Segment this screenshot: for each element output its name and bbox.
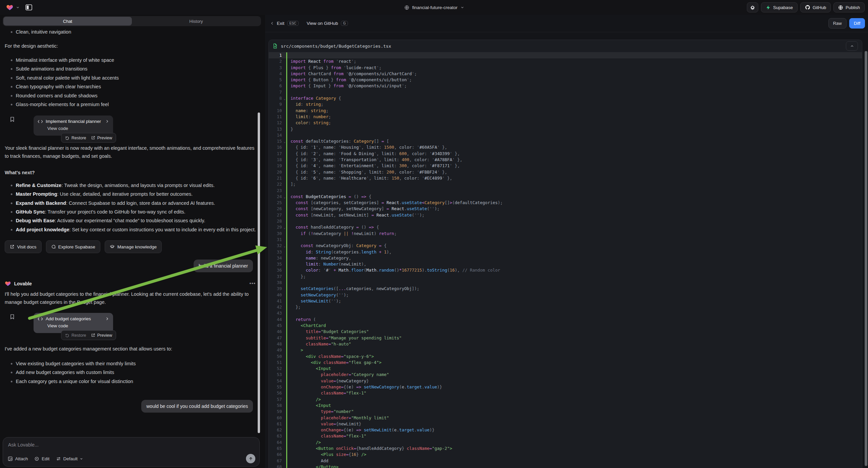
- fold-chevron-icon[interactable]: ⌄: [284, 139, 285, 145]
- code-line: 68 </Button>: [269, 464, 862, 468]
- code-text: [286, 89, 290, 95]
- diff-toggle-button[interactable]: Diff: [849, 18, 865, 29]
- tab-chat[interactable]: Chat: [3, 17, 132, 26]
- code-text: limit: number;: [286, 114, 331, 120]
- code-text: [286, 280, 290, 286]
- chevron-down-icon: [80, 457, 83, 460]
- code-text: type="number": [286, 409, 354, 415]
- list-item: Clean, intuitive navigation: [11, 28, 259, 36]
- code-line: 38: [269, 280, 862, 286]
- fold-chevron-icon[interactable]: ⌄: [284, 96, 285, 102]
- file-header[interactable]: src/components/budget/BudgetCategories.t…: [269, 40, 862, 52]
- list-item: Master Prompting: Use clear, detailed, a…: [11, 190, 259, 198]
- code-line: 6import { Input } from '@/components/ui/…: [269, 83, 862, 89]
- line-number: 34: [269, 255, 286, 261]
- code-text: >: [286, 347, 303, 353]
- bookmark-icon[interactable]: [9, 314, 15, 320]
- composer[interactable]: Ask Lovable... Attach Edit: [3, 437, 260, 467]
- code-panel: Exit ESC View on GitHub G Raw Diff src/c…: [265, 15, 868, 468]
- code-text: { id: '2', name: 'Food & Dining', limit:…: [286, 151, 460, 157]
- preview-button[interactable]: Preview: [91, 136, 112, 140]
- whats-next-list: Refine & Customize: Tweak the design, an…: [5, 181, 259, 234]
- model-selector[interactable]: Default: [56, 456, 83, 461]
- preview-button[interactable]: Preview: [91, 333, 112, 338]
- preview-label: Preview: [97, 333, 112, 338]
- esc-key-hint: ESC: [287, 21, 299, 26]
- send-button[interactable]: [246, 454, 255, 463]
- line-number: 45: [269, 323, 286, 329]
- line-number: 2: [269, 58, 286, 64]
- code-text: import { Input } from '@/components/ui/i…: [286, 83, 407, 89]
- code-text: import { Button } from '@/components/ui/…: [286, 77, 412, 83]
- exit-button[interactable]: Exit ESC: [271, 21, 299, 26]
- line-number: 61: [269, 421, 286, 427]
- tool-card-implement-financial-planner[interactable]: Implement financial planner View code: [34, 116, 113, 136]
- view-on-github-button[interactable]: View on GitHub G: [307, 21, 348, 26]
- tab-history[interactable]: History: [132, 17, 260, 26]
- code-text: }: [286, 126, 293, 132]
- list-item: Debug with Ease: Activate our experiment…: [11, 216, 259, 225]
- code-scrollbar[interactable]: [865, 51, 867, 466]
- code-line: 29⌄ const handleAddCategory = () => {: [269, 224, 862, 230]
- logo-chevron-down-icon[interactable]: [16, 6, 20, 9]
- restore-preview-toolbar: Restore Preview: [61, 330, 116, 340]
- code-line: 42 };: [269, 304, 862, 310]
- line-number: 35: [269, 261, 286, 267]
- code-text: const BudgetCategories = () => {: [286, 194, 371, 200]
- code-line: 34 name: newCategory,: [269, 255, 862, 261]
- composer-input[interactable]: Ask Lovable...: [8, 442, 39, 447]
- restore-button[interactable]: Restore: [65, 333, 86, 338]
- code-line: 31: [269, 237, 862, 243]
- line-number: 29⌄: [269, 224, 286, 230]
- code-text: return (: [286, 317, 316, 323]
- fold-chevron-icon[interactable]: ⌄: [284, 194, 285, 200]
- supabase-button[interactable]: Supabase: [761, 2, 798, 12]
- features-bullet-list: View existing budget categories with the…: [5, 359, 259, 386]
- code-line: 22];: [269, 181, 862, 187]
- manage-knowledge-button[interactable]: Manage knowledge: [105, 240, 162, 253]
- line-number: 5: [269, 77, 286, 83]
- bookmark-icon[interactable]: [9, 117, 15, 122]
- chevron-right-icon[interactable]: [105, 317, 109, 321]
- collapse-file-button[interactable]: [846, 41, 858, 51]
- code-line: 20 { id: '5', name: 'Shopping', limit: 2…: [269, 169, 862, 175]
- code-text: color: string;: [286, 120, 331, 126]
- code-line: 57 />: [269, 397, 862, 403]
- fold-chevron-icon[interactable]: ⌄: [284, 243, 285, 249]
- chat-scrollbar[interactable]: [258, 113, 260, 433]
- line-number: 52: [269, 365, 286, 372]
- chevron-right-icon[interactable]: [105, 119, 109, 123]
- external-link-icon: [10, 244, 14, 249]
- raw-toggle-button[interactable]: Raw: [829, 18, 846, 29]
- project-switcher[interactable]: financial-future-creator: [404, 5, 464, 10]
- view-code-link[interactable]: View code: [47, 323, 109, 328]
- settings-button[interactable]: [747, 2, 758, 12]
- line-number: 64: [269, 439, 286, 445]
- code-line: 44 return (: [269, 317, 862, 323]
- restore-button[interactable]: Restore: [65, 136, 86, 140]
- line-number: 4: [269, 71, 286, 77]
- code-line: 18 { id: '3', name: 'Transportation', li…: [269, 157, 862, 163]
- explore-supabase-button[interactable]: Explore Supabase: [46, 240, 100, 253]
- view-code-link[interactable]: View code: [47, 126, 109, 131]
- fold-chevron-icon[interactable]: ⌄: [284, 225, 285, 231]
- code-text: const [categories, setCategories] = Reac…: [286, 200, 503, 206]
- publish-button[interactable]: Publish: [833, 2, 865, 12]
- lovable-logo-heart-icon[interactable]: [6, 4, 13, 11]
- user-message-bubble: would be cool if you could add budget ca…: [141, 400, 253, 413]
- github-button[interactable]: GitHub: [800, 2, 831, 12]
- toggle-sidebar-icon[interactable]: [25, 3, 33, 11]
- code-header: Exit ESC View on GitHub G Raw Diff: [265, 15, 868, 32]
- message-options-icon[interactable]: •••: [249, 280, 256, 286]
- code-text: id: string;: [286, 101, 323, 108]
- code-editor[interactable]: 12import React from 'react';3import { Pl…: [269, 52, 862, 468]
- line-number: 7: [269, 89, 286, 95]
- edit-mode-button[interactable]: Edit: [34, 456, 49, 461]
- suggested-actions: Visit docs Explore Supabase Manage knowl…: [5, 240, 259, 253]
- attach-button[interactable]: Attach: [8, 456, 28, 461]
- chevron-up-icon: [850, 44, 854, 48]
- chat-message-list[interactable]: Clean, intuitive navigation For the desi…: [0, 28, 259, 436]
- tool-card-add-budget-categories[interactable]: Add budget categories View code: [34, 313, 113, 333]
- visit-docs-button[interactable]: Visit docs: [5, 240, 41, 253]
- code-line: 49 >: [269, 347, 862, 353]
